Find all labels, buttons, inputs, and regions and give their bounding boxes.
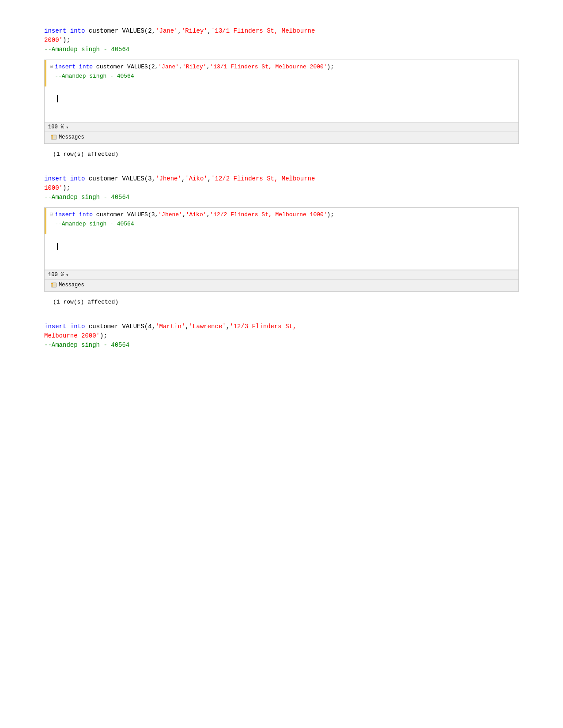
zoom-dropdown-1[interactable]: ▾ <box>66 124 69 130</box>
editor-cursor-area-2[interactable] <box>45 234 518 270</box>
editor-comment-1: --Amandep singh - 40564 <box>55 72 334 81</box>
messages-tab-bar-2: Messages <box>45 279 518 291</box>
zoom-level-2: 100 % <box>48 272 64 278</box>
editor-box-1: ⊟ insert into customer VALUES(2,'Jane','… <box>44 60 519 144</box>
code-comment-3: --Amandep singh - 40564 <box>44 341 519 350</box>
messages-label-2: Messages <box>59 282 84 288</box>
code-line-1-2: 2000'); <box>44 36 519 45</box>
keyword-into: into <box>70 27 85 34</box>
editor-line-1: insert into customer VALUES(2,'Jane','Ri… <box>55 63 334 72</box>
editor-line-2: insert into customer VALUES(3,'Jhene','A… <box>55 210 334 220</box>
zoom-dropdown-2[interactable]: ▾ <box>66 272 69 278</box>
result-text-2: (1 row(s) affected) <box>53 299 118 305</box>
editor-content-1: insert into customer VALUES(2,'Jane','Ri… <box>55 63 334 81</box>
messages-icon-1 <box>51 134 57 140</box>
result-1: (1 row(s) affected) <box>44 147 519 161</box>
editor-header-2: ⊟ insert into customer VALUES(3,'Jhene',… <box>45 208 518 234</box>
section-3: insert into customer VALUES(4,'Martin','… <box>44 322 519 350</box>
section-2: insert into customer VALUES(3,'Jhene','A… <box>44 174 519 309</box>
keyword-insert: insert <box>44 27 70 34</box>
cursor-line-1 <box>57 94 515 103</box>
messages-icon-2 <box>51 282 57 288</box>
code-comment-2: --Amandep singh - 40564 <box>44 193 519 202</box>
editor-toolbar-1: 100 % ▾ <box>45 122 518 131</box>
messages-tab-1[interactable]: Messages <box>48 133 87 141</box>
collapse-icon-2[interactable]: ⊟ <box>50 211 53 218</box>
editor-box-2: ⊟ insert into customer VALUES(3,'Jhene',… <box>44 207 519 292</box>
editor-header-1: ⊟ insert into customer VALUES(2,'Jane','… <box>45 60 518 86</box>
result-2: (1 row(s) affected) <box>44 295 519 309</box>
cursor-line-2 <box>57 242 515 251</box>
messages-tab-2[interactable]: Messages <box>48 281 87 289</box>
text-cursor-2 <box>57 243 58 250</box>
code-line-3-1: insert into customer VALUES(4,'Martin','… <box>44 322 519 331</box>
editor-cursor-area-1[interactable] <box>45 86 518 122</box>
editor-content-2: insert into customer VALUES(3,'Jhene','A… <box>55 210 334 229</box>
section-1: insert into customer VALUES(2,'Jane','Ri… <box>44 26 519 161</box>
editor-toolbar-2: 100 % ▾ <box>45 270 518 279</box>
messages-label-1: Messages <box>59 134 84 140</box>
messages-tab-bar-1: Messages <box>45 131 518 143</box>
result-text-1: (1 row(s) affected) <box>53 151 118 158</box>
code-block-2: insert into customer VALUES(3,'Jhene','A… <box>44 174 519 202</box>
zoom-level-1: 100 % <box>48 124 64 130</box>
keyword-values: VALUES <box>122 27 144 34</box>
code-line-2-1: insert into customer VALUES(3,'Jhene','A… <box>44 174 519 184</box>
editor-comment-2: --Amandep singh - 40564 <box>55 220 334 229</box>
code-line-2-2: 1000'); <box>44 184 519 193</box>
collapse-icon-1[interactable]: ⊟ <box>50 63 53 70</box>
table-name: customer <box>85 27 122 34</box>
code-line-3-2: Melbourne 2000'); <box>44 331 519 341</box>
text-cursor-1 <box>57 95 58 102</box>
code-comment-1: --Amandep singh - 40564 <box>44 45 519 54</box>
code-block-3: insert into customer VALUES(4,'Martin','… <box>44 322 519 350</box>
code-block-1: insert into customer VALUES(2,'Jane','Ri… <box>44 26 519 54</box>
code-line-1-1: insert into customer VALUES(2,'Jane','Ri… <box>44 26 519 36</box>
